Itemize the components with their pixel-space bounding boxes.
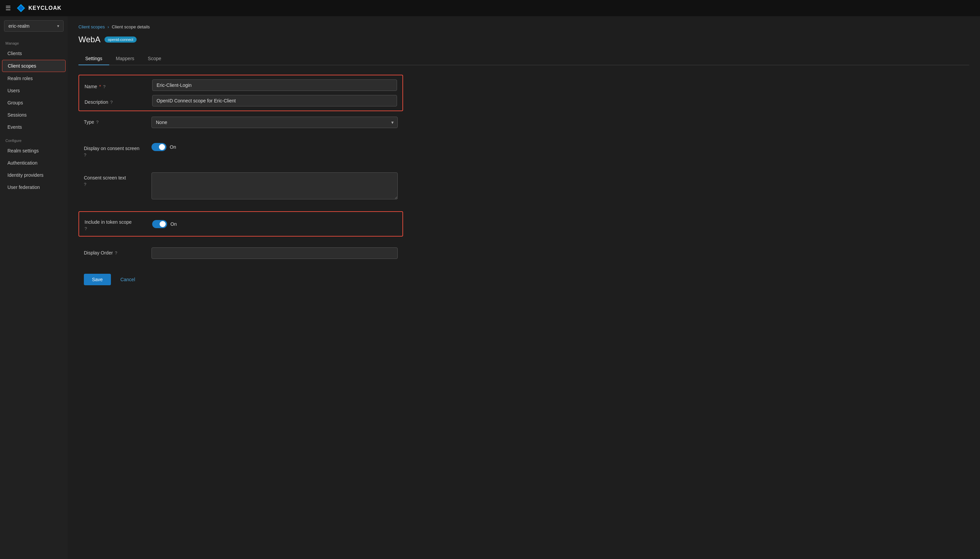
include-token-label: Include in token scope ? <box>85 217 152 231</box>
breadcrumb-parent[interactable]: Client scopes <box>78 24 105 30</box>
topnav: ☰ KEYCLOAK <box>0 0 980 16</box>
include-token-toggle[interactable] <box>152 220 167 228</box>
button-row: Save Cancel <box>84 274 403 285</box>
name-input-wrapper <box>152 79 397 91</box>
page-title-row: WebA openid-connect <box>78 35 969 44</box>
breadcrumb-separator: › <box>108 24 109 30</box>
name-row: Name * ? <box>85 79 397 91</box>
sidebar-item-users[interactable]: Users <box>2 85 66 96</box>
sidebar-item-groups[interactable]: Groups <box>2 97 66 109</box>
display-order-row: Display Order ? <box>78 243 403 263</box>
name-description-group: Name * ? Description ? <box>78 75 403 111</box>
sidebar-item-client-scopes[interactable]: Client scopes <box>2 60 66 72</box>
type-row: Type ? None Default Optional <box>78 112 403 132</box>
app-layout: eric-realm ▾ Manage Clients Client scope… <box>0 16 980 559</box>
description-input[interactable] <box>152 95 397 106</box>
tab-mappers[interactable]: Mappers <box>109 52 141 65</box>
description-row: Description ? <box>85 95 397 106</box>
description-label: Description ? <box>85 97 152 105</box>
include-token-row: Include in token scope ? On <box>78 211 403 237</box>
sidebar-item-realm-settings[interactable]: Realm settings <box>2 145 66 157</box>
settings-form: Name * ? Description ? <box>78 75 403 285</box>
include-token-control: On <box>152 220 397 228</box>
display-consent-toggle-wrapper: On <box>151 143 398 151</box>
type-select[interactable]: None Default Optional <box>151 117 398 128</box>
tab-scope[interactable]: Scope <box>141 52 168 65</box>
sidebar-item-identity-providers[interactable]: Identity providers <box>2 169 66 181</box>
tabs: Settings Mappers Scope <box>78 52 969 65</box>
display-consent-toggle[interactable] <box>151 143 166 151</box>
description-input-wrapper <box>152 95 397 106</box>
cancel-button[interactable]: Cancel <box>115 274 141 285</box>
display-consent-control: On <box>151 143 398 151</box>
name-label: Name * ? <box>85 81 152 89</box>
display-consent-help-icon[interactable]: ? <box>84 152 139 157</box>
save-button[interactable]: Save <box>84 274 111 285</box>
main-content: Client scopes › Client scope details Web… <box>68 16 980 559</box>
openid-badge: openid-connect <box>104 36 137 43</box>
type-label: Type ? <box>84 117 151 125</box>
name-required: * <box>99 84 101 89</box>
realm-chevron-icon: ▾ <box>57 24 59 28</box>
display-consent-toggle-label: On <box>170 144 176 150</box>
sidebar-item-authentication[interactable]: Authentication <box>2 157 66 169</box>
consent-text-help-icon[interactable]: ? <box>84 182 126 187</box>
display-order-input[interactable] <box>151 247 398 259</box>
tab-settings[interactable]: Settings <box>78 52 109 65</box>
consent-text-row: Consent screen text ? <box>78 168 403 205</box>
include-token-help-icon[interactable]: ? <box>85 226 131 231</box>
sidebar-item-realm-roles[interactable]: Realm roles <box>2 73 66 84</box>
realm-name: eric-realm <box>8 23 30 29</box>
hamburger-icon[interactable]: ☰ <box>5 4 11 12</box>
sidebar-item-user-federation[interactable]: User federation <box>2 182 66 193</box>
type-help-icon[interactable]: ? <box>96 120 98 125</box>
display-order-input-wrapper <box>151 247 398 259</box>
display-consent-row: Display on consent screen ? On <box>78 139 403 162</box>
display-consent-label: Display on consent screen ? <box>84 143 151 157</box>
page-title: WebA <box>78 35 100 44</box>
include-token-toggle-label: On <box>171 222 177 227</box>
consent-text-input[interactable] <box>151 172 398 199</box>
include-token-toggle-wrapper: On <box>152 220 397 228</box>
logo-icon <box>16 3 26 13</box>
description-help-icon[interactable]: ? <box>110 100 113 105</box>
logo-text: KEYCLOAK <box>28 5 61 11</box>
configure-section-label: Configure <box>0 133 68 145</box>
type-select-wrapper: None Default Optional <box>151 117 398 128</box>
sidebar-item-sessions[interactable]: Sessions <box>2 109 66 121</box>
consent-text-control <box>151 172 398 200</box>
display-order-label: Display Order ? <box>84 247 151 255</box>
name-input[interactable] <box>152 79 397 91</box>
sidebar: eric-realm ▾ Manage Clients Client scope… <box>0 16 68 559</box>
breadcrumb: Client scopes › Client scope details <box>78 24 969 30</box>
name-help-icon[interactable]: ? <box>103 84 106 89</box>
logo: KEYCLOAK <box>16 3 61 13</box>
sidebar-item-clients[interactable]: Clients <box>2 48 66 59</box>
consent-text-label: Consent screen text ? <box>84 172 151 187</box>
manage-section-label: Manage <box>0 36 68 47</box>
breadcrumb-current: Client scope details <box>111 24 150 30</box>
realm-selector[interactable]: eric-realm ▾ <box>4 20 63 32</box>
display-order-help-icon[interactable]: ? <box>115 250 117 255</box>
sidebar-item-events[interactable]: Events <box>2 121 66 133</box>
